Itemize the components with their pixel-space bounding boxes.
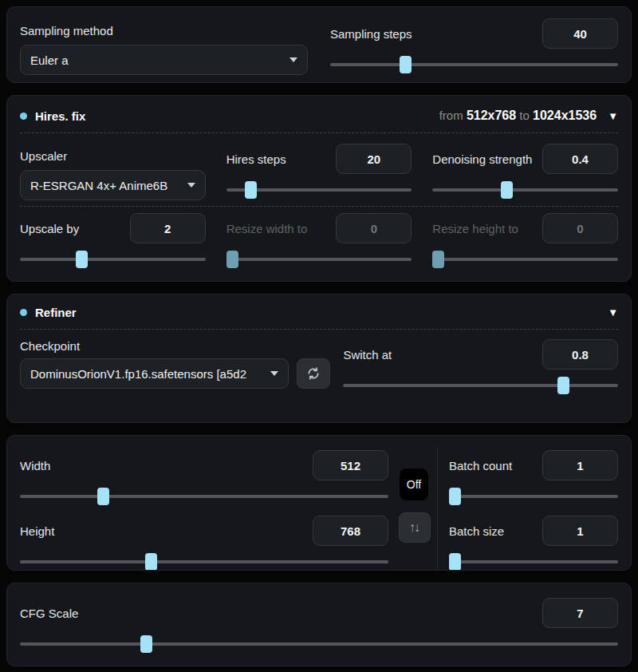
switch-at-slider[interactable] bbox=[343, 377, 618, 394]
slider-track bbox=[226, 258, 412, 261]
checkpoint-value: DominusOrionV1.fp16.safetensors [a5d2 bbox=[30, 367, 264, 381]
resize-width-slider[interactable] bbox=[226, 251, 412, 268]
sampling-method-label: Sampling method bbox=[20, 24, 308, 38]
batch-count-field: Batch count 1 bbox=[449, 450, 618, 505]
upscaler-value: R-ESRGAN 4x+ Anime6B bbox=[30, 179, 181, 192]
upscaler-field: Upscaler R-ESRGAN 4x+ Anime6B bbox=[20, 144, 206, 200]
upscale-by-slider[interactable] bbox=[20, 251, 206, 268]
upscaler-label: Upscaler bbox=[20, 149, 206, 163]
slider-handle[interactable] bbox=[245, 181, 257, 199]
height-slider[interactable] bbox=[20, 553, 388, 571]
hires-resolution-preview: from 512x768 to 1024x1536 bbox=[439, 109, 597, 123]
denoising-strength-field: Denoising strength 0.4 bbox=[432, 144, 618, 200]
upscale-by-input[interactable]: 2 bbox=[130, 213, 206, 243]
upscaler-dropdown[interactable]: R-ESRGAN 4x+ Anime6B bbox=[20, 170, 206, 200]
collapse-arrow-icon: ▼ bbox=[608, 110, 618, 122]
refiner-checkpoint-field: Checkpoint DominusOrionV1.fp16.safetenso… bbox=[20, 339, 330, 394]
refiner-accordion-header[interactable]: Refiner ▼ bbox=[20, 306, 618, 319]
slider-track bbox=[330, 63, 618, 66]
slider-handle[interactable] bbox=[140, 635, 152, 653]
slider-track bbox=[449, 495, 618, 498]
slider-track bbox=[343, 384, 618, 387]
hires-fix-title: Hires. fix bbox=[35, 109, 85, 123]
hires-fix-enabled-checkbox[interactable] bbox=[20, 113, 27, 120]
resize-height-field: Resize height to 0 bbox=[432, 213, 618, 268]
sampling-steps-input[interactable]: 40 bbox=[542, 18, 618, 49]
width-slider[interactable] bbox=[20, 488, 388, 505]
cfg-scale-slider[interactable] bbox=[20, 635, 618, 653]
swap-arrows-icon: ↑↓ bbox=[409, 520, 419, 535]
resize-width-label: Resize width to bbox=[226, 222, 329, 235]
chevron-down-icon bbox=[187, 183, 195, 188]
width-height-column: Width 512 Height 768 bbox=[20, 450, 388, 571]
height-input[interactable]: 768 bbox=[313, 516, 388, 546]
width-input[interactable]: 512 bbox=[313, 450, 388, 480]
switch-at-field: Switch at 0.8 bbox=[343, 339, 618, 394]
refresh-icon bbox=[306, 366, 321, 381]
sampling-method-field: Sampling method Euler a bbox=[20, 18, 308, 75]
cfg-scale-label: CFG Scale bbox=[20, 607, 534, 620]
hires-fix-panel: Hires. fix from 512x768 to 1024x1536 ▼ U… bbox=[6, 95, 632, 282]
batch-size-slider[interactable] bbox=[449, 553, 618, 571]
hires-steps-input[interactable]: 20 bbox=[336, 144, 412, 174]
slider-track bbox=[432, 258, 618, 261]
slider-handle[interactable] bbox=[449, 553, 461, 571]
dimension-buttons-column: Off ↑↓ bbox=[399, 450, 431, 571]
slider-handle[interactable] bbox=[145, 553, 157, 571]
slider-handle[interactable] bbox=[432, 251, 444, 268]
hires-from-resolution: 512x768 bbox=[467, 109, 516, 122]
slider-handle[interactable] bbox=[557, 377, 569, 394]
batch-count-label: Batch count bbox=[449, 459, 534, 472]
sampling-method-dropdown[interactable]: Euler a bbox=[20, 45, 308, 75]
slider-handle[interactable] bbox=[97, 488, 109, 505]
batch-column: Batch count 1 Batch size 1 bbox=[449, 450, 618, 571]
generation-settings: Sampling method Euler a Sampling steps 4… bbox=[0, 0, 638, 672]
denoising-strength-slider[interactable] bbox=[432, 181, 618, 199]
aspect-ratio-off-button[interactable]: Off bbox=[399, 468, 429, 501]
batch-size-label: Batch size bbox=[449, 524, 534, 538]
checkpoint-dropdown[interactable]: DominusOrionV1.fp16.safetensors [a5d2 bbox=[20, 358, 289, 389]
sampling-steps-field: Sampling steps 40 bbox=[330, 18, 618, 75]
slider-handle[interactable] bbox=[76, 251, 88, 268]
batch-size-field: Batch size 1 bbox=[449, 516, 618, 571]
slider-handle[interactable] bbox=[449, 488, 461, 505]
slider-track bbox=[20, 258, 206, 261]
dashed-divider bbox=[20, 132, 618, 133]
slider-handle[interactable] bbox=[400, 56, 412, 73]
slider-handle[interactable] bbox=[226, 251, 238, 268]
denoising-strength-input[interactable]: 0.4 bbox=[542, 144, 618, 174]
swap-dimensions-button[interactable]: ↑↓ bbox=[399, 512, 431, 543]
slider-handle[interactable] bbox=[501, 181, 513, 199]
height-field: Height 768 bbox=[20, 516, 388, 571]
resize-height-input[interactable]: 0 bbox=[542, 213, 618, 243]
slider-track bbox=[20, 560, 388, 563]
hires-steps-slider[interactable] bbox=[226, 181, 412, 199]
refiner-title: Refiner bbox=[35, 306, 77, 319]
width-label: Width bbox=[20, 459, 305, 472]
width-field: Width 512 bbox=[20, 450, 388, 505]
hires-fix-accordion-header[interactable]: Hires. fix from 512x768 to 1024x1536 ▼ bbox=[20, 109, 618, 123]
sampling-panel: Sampling method Euler a Sampling steps 4… bbox=[6, 6, 632, 83]
resize-height-slider[interactable] bbox=[432, 251, 618, 268]
sampling-steps-slider[interactable] bbox=[330, 56, 618, 73]
slider-track bbox=[432, 188, 618, 192]
slider-track bbox=[20, 642, 618, 646]
refresh-checkpoints-button[interactable] bbox=[297, 358, 330, 389]
cfg-scale-input[interactable]: 7 bbox=[542, 598, 618, 628]
chevron-down-icon bbox=[289, 57, 297, 62]
upscale-by-label: Upscale by bbox=[20, 222, 122, 235]
dimensions-panel: Width 512 Height 768 bbox=[6, 435, 632, 571]
hires-steps-field: Hires steps 20 bbox=[226, 144, 412, 200]
resize-width-input[interactable]: 0 bbox=[336, 213, 412, 243]
batch-count-slider[interactable] bbox=[449, 488, 618, 505]
refiner-panel: Refiner ▼ Checkpoint DominusOrionV1.fp16… bbox=[6, 294, 632, 423]
resize-width-field: Resize width to 0 bbox=[226, 213, 412, 268]
batch-count-input[interactable]: 1 bbox=[542, 450, 618, 480]
vertical-divider bbox=[437, 447, 438, 571]
batch-size-input[interactable]: 1 bbox=[542, 516, 618, 546]
slider-track bbox=[20, 495, 388, 498]
switch-at-label: Switch at bbox=[343, 348, 534, 362]
refiner-enabled-checkbox[interactable] bbox=[20, 309, 27, 316]
switch-at-input[interactable]: 0.8 bbox=[542, 339, 618, 370]
height-label: Height bbox=[20, 524, 305, 538]
